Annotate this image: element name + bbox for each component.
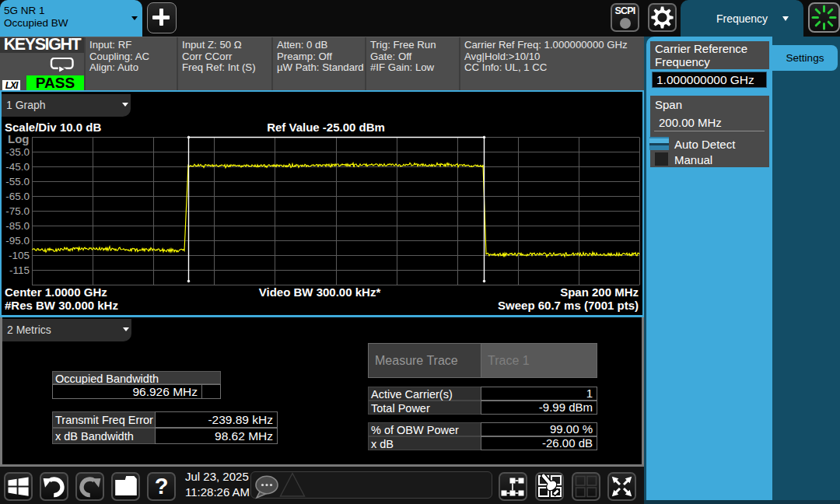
svg-text:-75.0: -75.0 [5, 205, 30, 217]
svg-text:-85.0: -85.0 [5, 220, 30, 232]
svg-text:-55.0: -55.0 [5, 176, 30, 187]
svg-text:-35.0: -35.0 [5, 146, 30, 158]
svg-text:-105: -105 [9, 250, 30, 261]
svg-text:Log: Log [8, 132, 30, 145]
svg-text:-45.0: -45.0 [5, 161, 30, 173]
svg-text:-115: -115 [9, 264, 30, 276]
svg-text:-95.0: -95.0 [5, 235, 30, 247]
svg-text:-65.0: -65.0 [5, 191, 30, 202]
